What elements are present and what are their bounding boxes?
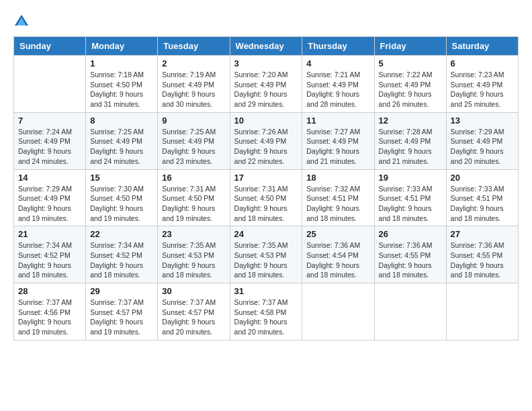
day-info: Sunrise: 7:26 AMSunset: 4:49 PMDaylight:… [234,127,298,167]
day-number: 23 [162,229,225,239]
calendar-week-row: 21Sunrise: 7:34 AMSunset: 4:52 PMDayligh… [14,226,519,283]
day-number: 25 [306,229,369,239]
day-number: 27 [451,229,514,239]
day-info: Sunrise: 7:19 AMSunset: 4:49 PMDaylight:… [162,70,225,109]
calendar-cell [14,56,86,113]
day-info: Sunrise: 7:22 AMSunset: 4:49 PMDaylight:… [379,70,442,109]
calendar-cell: 13Sunrise: 7:29 AMSunset: 4:49 PMDayligh… [446,112,518,169]
calendar-cell: 2Sunrise: 7:19 AMSunset: 4:49 PMDaylight… [158,56,230,113]
day-number: 26 [379,229,442,239]
calendar-cell: 4Sunrise: 7:21 AMSunset: 4:49 PMDaylight… [302,56,374,113]
day-number: 18 [306,173,369,183]
day-info: Sunrise: 7:34 AMSunset: 4:52 PMDaylight:… [90,240,153,280]
calendar-cell [446,283,518,340]
weekday-header-monday: Monday [86,37,158,56]
day-number: 9 [162,116,225,126]
calendar-cell: 10Sunrise: 7:26 AMSunset: 4:49 PMDayligh… [230,112,302,169]
weekday-header-thursday: Thursday [302,37,374,56]
calendar-week-row: 1Sunrise: 7:18 AMSunset: 4:50 PMDaylight… [14,56,519,113]
day-number: 14 [18,173,81,183]
calendar-week-row: 28Sunrise: 7:37 AMSunset: 4:56 PMDayligh… [14,283,519,340]
weekday-header-wednesday: Wednesday [230,37,302,56]
calendar-cell: 18Sunrise: 7:32 AMSunset: 4:51 PMDayligh… [302,169,374,226]
calendar-cell [302,283,374,340]
calendar-cell: 28Sunrise: 7:37 AMSunset: 4:56 PMDayligh… [14,283,86,340]
day-info: Sunrise: 7:20 AMSunset: 4:49 PMDaylight:… [234,70,298,109]
calendar-cell: 8Sunrise: 7:25 AMSunset: 4:49 PMDaylight… [86,112,158,169]
calendar-cell: 19Sunrise: 7:33 AMSunset: 4:51 PMDayligh… [374,169,446,226]
calendar-week-row: 7Sunrise: 7:24 AMSunset: 4:49 PMDaylight… [14,112,519,169]
calendar-cell: 23Sunrise: 7:35 AMSunset: 4:53 PMDayligh… [158,226,230,283]
weekday-header-sunday: Sunday [14,37,86,56]
calendar-cell: 30Sunrise: 7:37 AMSunset: 4:57 PMDayligh… [158,283,230,340]
day-number: 15 [90,173,153,183]
calendar-cell: 14Sunrise: 7:29 AMSunset: 4:49 PMDayligh… [14,169,86,226]
day-number: 10 [234,116,298,126]
day-info: Sunrise: 7:30 AMSunset: 4:50 PMDaylight:… [90,184,153,224]
calendar-table: SundayMondayTuesdayWednesdayThursdayFrid… [13,36,519,340]
calendar-cell: 5Sunrise: 7:22 AMSunset: 4:49 PMDaylight… [374,56,446,113]
calendar-cell [374,283,446,340]
day-number: 11 [306,116,369,126]
day-info: Sunrise: 7:34 AMSunset: 4:52 PMDaylight:… [18,240,81,280]
day-info: Sunrise: 7:35 AMSunset: 4:53 PMDaylight:… [234,240,298,280]
calendar-cell: 21Sunrise: 7:34 AMSunset: 4:52 PMDayligh… [14,226,86,283]
day-number: 13 [451,116,514,126]
day-info: Sunrise: 7:36 AMSunset: 4:55 PMDaylight:… [451,240,514,280]
day-number: 2 [162,58,225,68]
day-number: 7 [18,116,81,126]
calendar-week-row: 14Sunrise: 7:29 AMSunset: 4:49 PMDayligh… [14,169,519,226]
day-info: Sunrise: 7:25 AMSunset: 4:49 PMDaylight:… [162,127,225,167]
calendar-cell: 15Sunrise: 7:30 AMSunset: 4:50 PMDayligh… [86,169,158,226]
day-info: Sunrise: 7:21 AMSunset: 4:49 PMDaylight:… [306,70,369,109]
day-info: Sunrise: 7:36 AMSunset: 4:55 PMDaylight:… [379,240,442,280]
day-number: 8 [90,116,153,126]
day-info: Sunrise: 7:29 AMSunset: 4:49 PMDaylight:… [451,127,514,167]
day-info: Sunrise: 7:25 AMSunset: 4:49 PMDaylight:… [90,127,153,167]
day-info: Sunrise: 7:33 AMSunset: 4:51 PMDaylight:… [379,184,442,224]
calendar-cell: 3Sunrise: 7:20 AMSunset: 4:49 PMDaylight… [230,56,302,113]
day-number: 17 [234,173,298,183]
day-info: Sunrise: 7:29 AMSunset: 4:49 PMDaylight:… [18,184,81,224]
day-number: 30 [162,286,225,296]
day-number: 20 [451,173,514,183]
day-number: 3 [234,58,298,68]
day-info: Sunrise: 7:18 AMSunset: 4:50 PMDaylight:… [90,70,153,109]
calendar-cell: 17Sunrise: 7:31 AMSunset: 4:50 PMDayligh… [230,169,302,226]
day-info: Sunrise: 7:33 AMSunset: 4:51 PMDaylight:… [451,184,514,224]
day-number: 28 [18,286,81,296]
day-info: Sunrise: 7:37 AMSunset: 4:57 PMDaylight:… [90,298,153,337]
day-info: Sunrise: 7:37 AMSunset: 4:57 PMDaylight:… [162,298,225,337]
calendar-cell: 12Sunrise: 7:28 AMSunset: 4:49 PMDayligh… [374,112,446,169]
calendar-cell: 7Sunrise: 7:24 AMSunset: 4:49 PMDaylight… [14,112,86,169]
weekday-header-friday: Friday [374,37,446,56]
day-info: Sunrise: 7:35 AMSunset: 4:53 PMDaylight:… [162,240,225,280]
day-number: 16 [162,173,225,183]
day-number: 1 [90,58,153,68]
day-number: 21 [18,229,81,239]
calendar-cell: 29Sunrise: 7:37 AMSunset: 4:57 PMDayligh… [86,283,158,340]
calendar-cell: 20Sunrise: 7:33 AMSunset: 4:51 PMDayligh… [446,169,518,226]
day-info: Sunrise: 7:28 AMSunset: 4:49 PMDaylight:… [379,127,442,167]
calendar-cell: 24Sunrise: 7:35 AMSunset: 4:53 PMDayligh… [230,226,302,283]
day-number: 29 [90,286,153,296]
calendar-cell: 25Sunrise: 7:36 AMSunset: 4:54 PMDayligh… [302,226,374,283]
day-info: Sunrise: 7:23 AMSunset: 4:49 PMDaylight:… [451,70,514,109]
day-info: Sunrise: 7:24 AMSunset: 4:49 PMDaylight:… [18,127,81,167]
calendar-cell: 1Sunrise: 7:18 AMSunset: 4:50 PMDaylight… [86,56,158,113]
calendar-cell: 6Sunrise: 7:23 AMSunset: 4:49 PMDaylight… [446,56,518,113]
day-number: 12 [379,116,442,126]
calendar-cell: 9Sunrise: 7:25 AMSunset: 4:49 PMDaylight… [158,112,230,169]
day-info: Sunrise: 7:37 AMSunset: 4:58 PMDaylight:… [234,298,298,337]
calendar-cell: 31Sunrise: 7:37 AMSunset: 4:58 PMDayligh… [230,283,302,340]
day-number: 22 [90,229,153,239]
day-number: 19 [379,173,442,183]
day-info: Sunrise: 7:37 AMSunset: 4:56 PMDaylight:… [18,298,81,337]
day-number: 4 [306,58,369,68]
day-info: Sunrise: 7:36 AMSunset: 4:54 PMDaylight:… [306,240,369,280]
day-number: 24 [234,229,298,239]
logo [13,13,32,30]
day-number: 31 [234,286,298,296]
weekday-header-tuesday: Tuesday [158,37,230,56]
day-number: 5 [379,58,442,68]
